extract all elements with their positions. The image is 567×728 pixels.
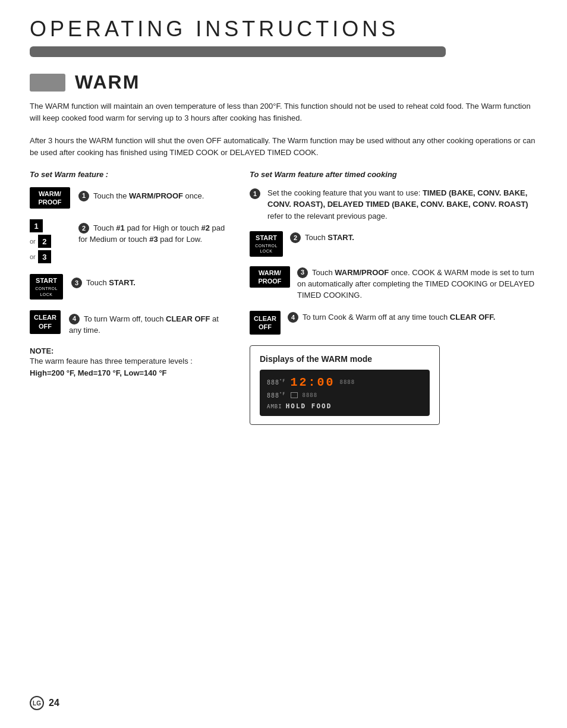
section-heading-bar-decoration	[30, 74, 65, 92]
intro-paragraph-2: After 3 hours the WARM function will shu…	[30, 135, 537, 159]
right-column-heading: To set Warm feature after timed cooking	[250, 170, 537, 179]
displays-box: Displays of the WARM mode 888°F 12:00 88…	[250, 345, 440, 425]
right-step-4-text: 4 To turn Cook & Warm off at any time to…	[288, 311, 495, 323]
display-bottom-row: AMBI HOLD FOOD	[267, 402, 423, 410]
num-badge-3: 3	[38, 250, 51, 263]
right-step-2-text: 2 Touch START.	[290, 231, 354, 243]
step-3-text: 3 Touch START.	[71, 274, 136, 288]
note-line-1: The warm feaure has three temperature le…	[30, 355, 232, 367]
right-step-3-row: WARM/PROOF 3 Touch WARM/PROOF once. COOK…	[250, 266, 537, 301]
step-2-num-group: 1 or 2 or 3	[30, 219, 70, 263]
step-3-row: START CONTROL LOCK 3 Touch START.	[30, 274, 232, 299]
display-small-box	[291, 392, 298, 398]
page-number: 24	[49, 698, 59, 708]
display-screen: 888°F 12:00 8888 888°F 8888 AMBI HOLD FO…	[260, 370, 430, 416]
lg-logo: LG	[30, 696, 44, 710]
display-top-right-digits: 8888	[340, 379, 355, 385]
clear-off-button-2[interactable]: CLEAROFF	[250, 311, 281, 335]
page-title-area: OPERATING INSTRUCTIONS	[0, 0, 567, 57]
note-title: NOTE:	[30, 346, 232, 355]
main-content: The WARM function will maintain an oven …	[0, 100, 567, 425]
step-4-text: 4 To turn Warm off, touch CLEAR OFF at a…	[69, 310, 232, 336]
right-step-3-text: 3 Touch WARM/PROOF once. COOK & WARM mod…	[297, 266, 537, 301]
note-section: NOTE: The warm feaure has three temperat…	[30, 346, 232, 379]
step-1-row: WARM/PROOF 1 Touch the WARM/PROOF once.	[30, 187, 232, 209]
section-heading: WARM	[75, 71, 140, 93]
right-step-1-row: 1 Set the cooking feature that you want …	[250, 187, 537, 222]
note-line-2: High=200 °F, Med=170 °F, Low=140 °F	[30, 367, 232, 379]
start-button-2[interactable]: START CONTROL LOCK	[250, 231, 283, 256]
num-badge-1: 1	[30, 219, 43, 232]
step-4-circle: 4	[69, 314, 80, 324]
right-step-4-circle: 4	[288, 312, 298, 323]
display-mid-left-digits: 888°F	[267, 392, 286, 399]
clear-off-button-1[interactable]: CLEAROFF	[30, 310, 61, 334]
display-mid-row: 888°F 8888	[267, 392, 423, 399]
right-step-4-row: CLEAROFF 4 To turn Cook & Warm off at an…	[250, 311, 537, 335]
display-hold-food: HOLD FOOD	[286, 402, 332, 410]
right-step-2-row: START CONTROL LOCK 2 Touch START.	[250, 231, 537, 256]
step-1-circle: 1	[78, 191, 89, 201]
right-step-1-text: Set the cooking feature that you want to…	[267, 187, 537, 222]
step-2-circle: 2	[78, 223, 89, 234]
intro-paragraph-1: The WARM function will maintain an oven …	[30, 100, 537, 124]
right-step-3-circle: 3	[297, 267, 308, 278]
title-bar-decoration	[30, 46, 446, 57]
display-ambi-label: AMBI	[267, 404, 282, 409]
right-step-2-circle: 2	[290, 232, 301, 243]
step-2-row: 1 or 2 or 3 2 Touch #1 pad for High or t…	[30, 219, 232, 263]
display-main-time: 12:00	[291, 376, 335, 389]
num-badge-2: 2	[38, 235, 51, 248]
display-mid-right-digits: 8888	[303, 392, 318, 398]
step-1-text: 1 Touch the WARM/PROOF once.	[78, 187, 204, 201]
left-column-heading: To set Warm feature :	[30, 170, 232, 179]
step-3-circle: 3	[71, 278, 82, 288]
start-button-1[interactable]: START CONTROL LOCK	[30, 274, 63, 299]
section-heading-row: WARM	[30, 71, 537, 93]
warm-proof-button-1[interactable]: WARM/PROOF	[30, 187, 70, 209]
two-column-layout: To set Warm feature : WARM/PROOF 1 Touch…	[30, 170, 537, 426]
step-4-row: CLEAROFF 4 To turn Warm off, touch CLEAR…	[30, 310, 232, 336]
page-title: OPERATING INSTRUCTIONS	[30, 17, 537, 42]
right-step-1-circle: 1	[250, 188, 260, 199]
displays-title: Displays of the WARM mode	[260, 354, 430, 364]
display-top-row: 888°F 12:00 8888	[267, 376, 423, 389]
left-column: To set Warm feature : WARM/PROOF 1 Touch…	[30, 170, 232, 426]
step-2-text: 2 Touch #1 pad for High or touch #2 pad …	[78, 219, 232, 245]
page-footer: LG 24	[30, 696, 59, 710]
right-column: To set Warm feature after timed cooking …	[250, 170, 537, 426]
warm-proof-button-2[interactable]: WARM/PROOF	[250, 266, 290, 288]
display-top-left-digits: 888°F	[267, 379, 286, 386]
